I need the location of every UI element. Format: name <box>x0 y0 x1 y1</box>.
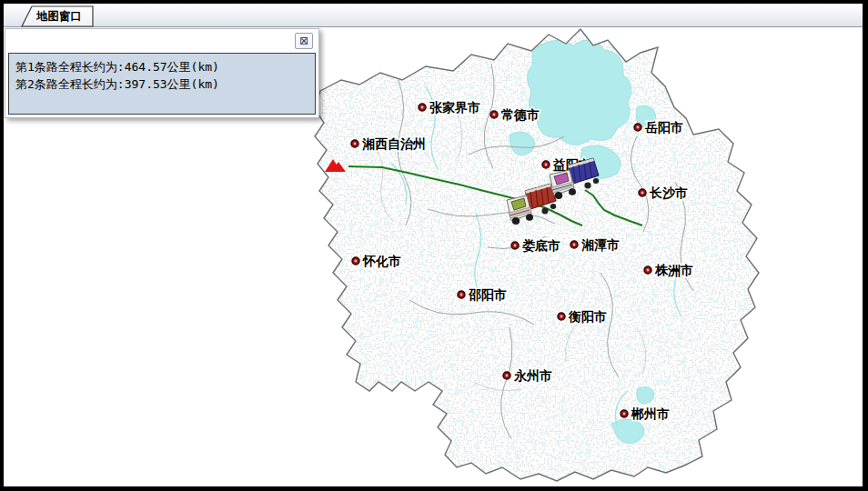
city-marker-dot <box>354 143 357 145</box>
tab-label: 地图窗口 <box>35 9 82 23</box>
route-info-box: 第1条路全程长约为:464.57公里(km) 第2条路全程长约为:397.53公… <box>8 53 316 115</box>
city-label: 长沙市 <box>649 185 688 200</box>
popup-close-button[interactable]: ⊠ <box>295 33 313 49</box>
city-marker-dot <box>460 294 463 296</box>
city-marker-dot <box>355 260 358 263</box>
window-border-left <box>0 0 4 491</box>
city-marker-dot <box>641 192 644 195</box>
window-border-top <box>0 0 868 4</box>
window-border-bottom <box>0 486 868 491</box>
city-label: 郴州市 <box>631 406 670 421</box>
city-item: 湘西自治州 <box>351 136 426 151</box>
city-label: 衡阳市 <box>568 309 607 324</box>
tab-strip: 地图窗口 <box>4 4 863 27</box>
city-label: 娄底市 <box>522 238 560 253</box>
city-label: 怀化市 <box>362 254 401 268</box>
window-border-right <box>863 0 868 491</box>
city-marker-dot <box>573 244 576 246</box>
city-label: 张家界市 <box>429 100 480 115</box>
city-label: 常德市 <box>500 107 540 122</box>
route-1-length: 第1条路全程长约为:464.57公里(km) <box>15 58 308 75</box>
city-marker-dot <box>623 413 626 416</box>
city-marker-dot <box>560 316 563 318</box>
map-window: 湘西自治州张家界市常德市岳阳市益阳市长沙市娄底市湘潭市株洲市怀化市邵阳市衡阳市永… <box>0 0 868 491</box>
route-info-popup[interactable]: ⊠ 第1条路全程长约为:464.57公里(km) 第2条路全程长约为:397.5… <box>5 28 319 118</box>
city-label: 邵阳市 <box>468 287 507 302</box>
city-label: 永州市 <box>513 368 552 383</box>
route-2-length: 第2条路全程长约为:397.53公里(km) <box>15 75 308 93</box>
city-marker-dot <box>545 164 548 166</box>
city-marker-dot <box>506 375 509 377</box>
city-marker-dot <box>421 106 424 109</box>
city-label: 湘西自治州 <box>361 136 426 151</box>
city-label: 湘潭市 <box>580 237 620 252</box>
city-label: 株洲市 <box>654 263 693 277</box>
city-marker-dot <box>637 126 640 129</box>
tab-map-window[interactable]: 地图窗口 <box>16 5 107 27</box>
city-marker-dot <box>647 269 650 272</box>
city-label: 岳阳市 <box>644 120 683 135</box>
city-marker-dot <box>493 114 496 116</box>
city-marker-dot <box>514 245 517 247</box>
